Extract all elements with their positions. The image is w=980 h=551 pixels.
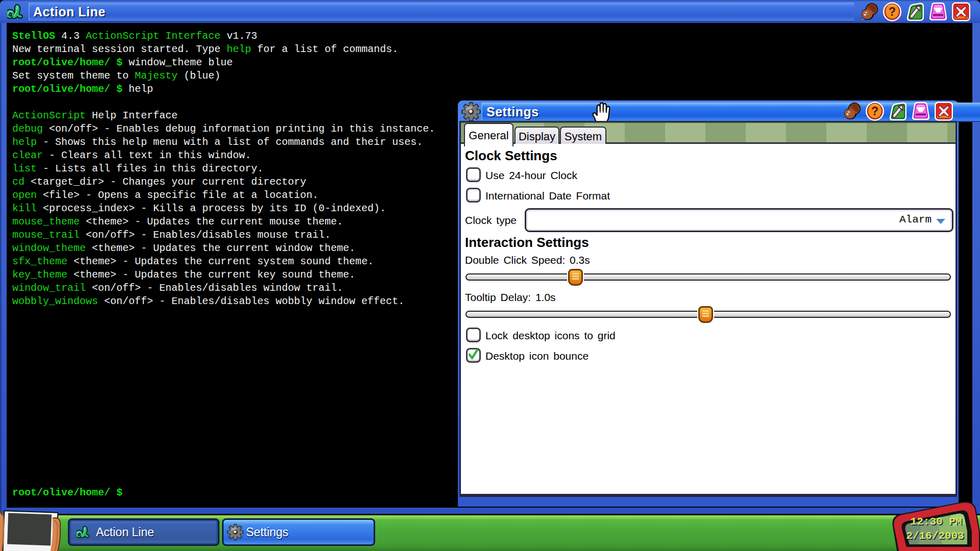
svg-text:2/16/2003: 2/16/2003 bbox=[906, 530, 964, 542]
svg-text:12:30 PM: 12:30 PM bbox=[911, 516, 962, 528]
